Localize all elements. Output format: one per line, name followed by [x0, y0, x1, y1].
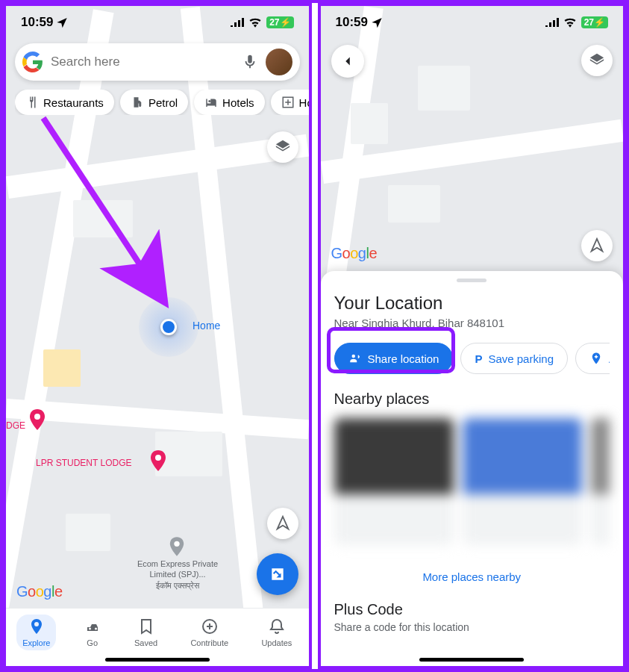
place-pin[interactable] — [169, 536, 185, 557]
sheet-subtitle: Near Singhia Khurd, Bihar 848101 — [334, 317, 610, 329]
status-time: 10:59 — [21, 15, 53, 30]
poi-lodge-short: DGE — [6, 420, 25, 431]
nearby-places-row[interactable] — [334, 418, 610, 545]
layers-icon-2 — [589, 52, 605, 69]
nearby-card[interactable] — [463, 418, 582, 545]
restaurant-icon — [25, 96, 39, 109]
layers-button-2[interactable] — [581, 45, 613, 76]
microphone-icon[interactable] — [242, 54, 258, 70]
navigate-arrow-icon-2 — [589, 237, 605, 254]
back-button[interactable] — [331, 45, 364, 78]
home-indicator-2[interactable] — [419, 658, 524, 662]
recenter-button-2[interactable] — [581, 230, 613, 261]
battery-indicator: 27⚡ — [266, 16, 293, 28]
google-watermark: Google — [16, 583, 63, 600]
nav-updates[interactable]: Updates — [255, 615, 298, 650]
layers-icon — [275, 139, 291, 155]
directions-fab[interactable] — [257, 553, 298, 595]
annotation-arrow — [36, 111, 185, 320]
hotel-icon — [204, 96, 218, 109]
wifi-icon-2 — [563, 17, 577, 28]
sheet-title: Your Location — [334, 293, 610, 314]
signal-icon — [231, 18, 244, 27]
google-logo-icon — [22, 52, 43, 72]
search-input[interactable] — [43, 55, 242, 69]
petrol-icon — [131, 96, 144, 109]
status-bar-2: 10:59 27⚡ — [321, 6, 624, 39]
chevron-left-icon — [339, 53, 356, 69]
nav-go[interactable]: Go — [78, 615, 107, 650]
chip-hotels[interactable]: Hotels — [194, 90, 265, 115]
navigate-arrow-icon — [275, 515, 291, 532]
sheet-handle[interactable] — [457, 279, 486, 282]
status-bar: 10:59 27⚡ — [6, 6, 309, 39]
plus-code-title: Plus Code — [334, 601, 610, 618]
nav-explore[interactable]: Explore — [16, 615, 56, 650]
lodge-pin-1[interactable] — [28, 409, 46, 430]
hospital-icon — [281, 96, 295, 109]
share-location-button[interactable]: Share location — [334, 343, 454, 374]
add-pin-icon — [589, 352, 603, 365]
action-buttons: Share location P Save parking Add — [334, 343, 610, 374]
svg-line-1 — [43, 118, 159, 293]
phone-screen-1: 10:59 27⚡ Restaurants Petrol Hotels Hosp… — [3, 3, 312, 669]
chip-hospitals[interactable]: Hospitals — [271, 90, 309, 115]
saved-icon — [137, 617, 155, 635]
nav-saved[interactable]: Saved — [128, 615, 163, 650]
recenter-button[interactable] — [267, 508, 298, 539]
google-watermark-2: Google — [331, 245, 378, 262]
nearby-card[interactable] — [334, 418, 454, 545]
go-icon — [84, 617, 101, 635]
location-arrow-icon-2 — [371, 16, 383, 28]
home-indicator[interactable] — [105, 658, 210, 662]
parking-icon: P — [475, 352, 482, 365]
lodge-pin-2[interactable] — [149, 450, 167, 471]
save-parking-button[interactable]: P Save parking — [460, 343, 568, 374]
battery-indicator-2: 27⚡ — [581, 16, 608, 28]
profile-avatar[interactable] — [266, 49, 292, 75]
add-button[interactable]: Add — [575, 343, 610, 374]
explore-icon — [28, 617, 46, 635]
svg-point-4 — [174, 541, 179, 547]
nav-contribute[interactable]: Contribute — [184, 615, 234, 650]
poi-lodge-full: LPR STUDENT LODGE — [36, 458, 131, 468]
location-sheet[interactable]: Your Location Near Singhia Khurd, Bihar … — [321, 271, 624, 666]
signal-icon-2 — [545, 18, 559, 27]
plus-code-subtitle: Share a code for this location — [334, 621, 610, 633]
phone-screen-2: 10:59 27⚡ Google Your Location Near Sing… — [318, 3, 627, 669]
status-time-2: 10:59 — [336, 15, 368, 30]
directions-icon — [268, 564, 287, 584]
svg-point-6 — [351, 355, 355, 358]
contribute-icon — [201, 617, 219, 635]
svg-point-3 — [155, 455, 161, 461]
layers-button[interactable] — [267, 131, 298, 163]
svg-point-2 — [34, 414, 40, 420]
nearby-card[interactable] — [591, 418, 610, 545]
share-person-icon — [348, 352, 362, 365]
home-label: Home — [193, 320, 220, 332]
more-places-link[interactable]: More places nearby — [334, 560, 610, 594]
nearby-title: Nearby places — [334, 391, 610, 408]
place-name: Ecom Express Private Limited (SPJ)...ईकॉ… — [125, 559, 230, 591]
wifi-icon — [248, 17, 262, 28]
updates-icon — [268, 617, 286, 635]
search-bar[interactable] — [15, 43, 300, 81]
location-arrow-icon — [56, 16, 68, 28]
